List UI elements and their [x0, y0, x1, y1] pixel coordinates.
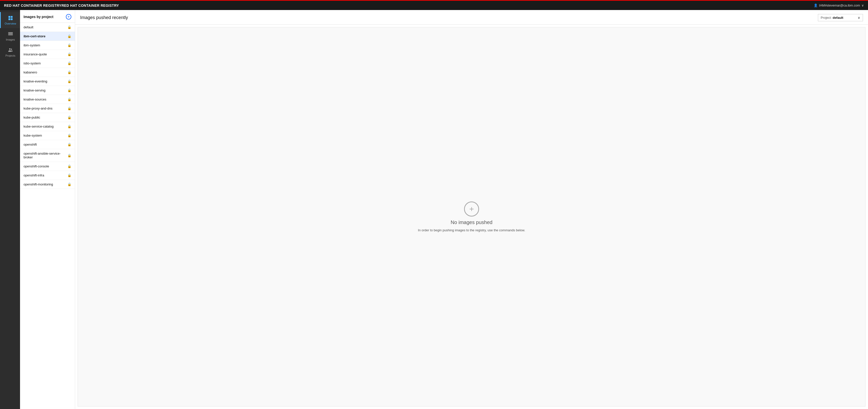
- right-panel-header: Images pushed recently Project: default …: [75, 10, 868, 25]
- lock-icon: 🔒: [67, 134, 71, 137]
- project-list-item[interactable]: insurance-quote🔒: [20, 50, 75, 59]
- project-selector-label: Project:: [821, 16, 832, 20]
- layers-icon: [7, 31, 13, 37]
- topbar-title: RED HAT CONTAINER REGISTRYRED HAT CONTAI…: [4, 3, 119, 7]
- lock-icon: 🔒: [67, 107, 71, 110]
- svg-rect-5: [8, 35, 12, 35]
- project-name: knative-sources: [24, 97, 46, 101]
- empty-state-title: No images pushed: [451, 220, 493, 225]
- chevron-down-icon: ∨: [862, 3, 864, 7]
- lock-icon: 🔒: [67, 80, 71, 83]
- project-list-item[interactable]: kube-system🔒: [20, 131, 75, 140]
- project-list-item[interactable]: ibm-system🔒: [20, 41, 75, 50]
- lock-icon: 🔒: [67, 154, 71, 157]
- project-name: kube-service-catalog: [24, 124, 54, 128]
- project-name: kube-proxy-and-dns: [24, 107, 53, 110]
- lock-icon: 🔒: [67, 173, 71, 177]
- sidebar-item-images[interactable]: Images: [0, 28, 20, 44]
- project-list-item[interactable]: ibm-cert-store🔒: [20, 32, 75, 41]
- sidebar-item-overview[interactable]: Overview: [0, 12, 20, 28]
- topbar-user-label: IAM#stevemar@ca.ibm.com: [819, 3, 860, 7]
- svg-rect-6: [8, 32, 12, 33]
- project-name: insurance-quote: [24, 52, 47, 56]
- project-name: istio-system: [24, 61, 41, 65]
- lock-icon: 🔒: [67, 61, 71, 65]
- people-icon: [7, 47, 13, 53]
- project-name: openshift-console: [24, 165, 49, 168]
- project-list-item[interactable]: openshift-monitoring🔒: [20, 180, 75, 189]
- project-selector-dropdown[interactable]: Project: default ∨: [818, 14, 863, 21]
- selector-chevron-icon: ∨: [858, 16, 860, 20]
- right-panel-title: Images pushed recently: [80, 15, 128, 20]
- user-icon: 👤: [814, 3, 818, 7]
- project-list-item[interactable]: openshift-infra🔒: [20, 171, 75, 180]
- lock-icon: 🔒: [67, 97, 71, 101]
- project-list-item[interactable]: default🔒: [20, 23, 75, 32]
- project-name: default: [24, 25, 33, 29]
- svg-rect-2: [8, 18, 10, 20]
- project-list-item[interactable]: istio-system🔒: [20, 59, 75, 68]
- project-selector-value: default: [833, 16, 843, 20]
- lock-icon: 🔒: [67, 182, 71, 186]
- sidebar-images-label: Images: [6, 38, 15, 41]
- right-panel: Images pushed recently Project: default …: [75, 10, 868, 409]
- project-list-item[interactable]: kube-service-catalog🔒: [20, 122, 75, 131]
- left-panel-title: Images by project: [24, 15, 53, 19]
- project-list-item[interactable]: openshift🔒: [20, 140, 75, 149]
- project-name: knative-serving: [24, 88, 45, 92]
- project-list-item[interactable]: knative-eventing🔒: [20, 77, 75, 86]
- add-project-button[interactable]: +: [66, 14, 71, 20]
- empty-state-subtitle: In order to begin pushing images to the …: [418, 228, 525, 232]
- sidebar: Overview Images Projects: [0, 10, 20, 409]
- lock-icon: 🔒: [67, 116, 71, 119]
- project-name: kube-public: [24, 116, 40, 119]
- svg-rect-4: [8, 33, 12, 34]
- project-list: default🔒ibm-cert-store🔒ibm-system🔒insura…: [20, 23, 75, 409]
- empty-state-icon: +: [464, 202, 479, 216]
- sidebar-item-projects[interactable]: Projects: [0, 44, 20, 60]
- sidebar-projects-label: Projects: [5, 54, 16, 57]
- topbar: RED HAT CONTAINER REGISTRYRED HAT CONTAI…: [0, 0, 868, 10]
- svg-point-8: [11, 49, 12, 50]
- main-layout: Overview Images Projects: [0, 10, 868, 409]
- svg-point-7: [9, 48, 10, 50]
- lock-icon: 🔒: [67, 143, 71, 146]
- project-name: kube-system: [24, 134, 42, 137]
- left-panel: Images by project + default🔒ibm-cert-sto…: [20, 10, 75, 409]
- lock-icon: 🔒: [67, 124, 71, 128]
- project-list-item[interactable]: openshift-ansible-service-broker🔒: [20, 149, 75, 162]
- project-list-item[interactable]: knative-sources🔒: [20, 95, 75, 104]
- topbar-user-menu[interactable]: 👤 IAM#stevemar@ca.ibm.com ∨: [814, 3, 864, 7]
- project-list-item[interactable]: kube-proxy-and-dns🔒: [20, 104, 75, 113]
- lock-icon: 🔒: [67, 52, 71, 56]
- svg-rect-1: [10, 16, 12, 18]
- project-list-item[interactable]: kube-public🔒: [20, 113, 75, 122]
- empty-state: + No images pushed In order to begin pus…: [78, 27, 866, 407]
- project-list-item[interactable]: kabanero🔒: [20, 68, 75, 77]
- grid-icon: [7, 15, 13, 21]
- project-list-item[interactable]: openshift-console🔒: [20, 162, 75, 171]
- project-list-item[interactable]: knative-serving🔒: [20, 86, 75, 95]
- project-name: openshift-infra: [24, 173, 44, 177]
- project-name: openshift-monitoring: [24, 182, 53, 186]
- lock-icon: 🔒: [67, 88, 71, 92]
- lock-icon: 🔒: [67, 165, 71, 168]
- project-name: openshift: [24, 143, 37, 146]
- project-name: ibm-cert-store: [24, 34, 45, 38]
- content-area: Images by project + default🔒ibm-cert-sto…: [20, 10, 868, 409]
- lock-icon: 🔒: [67, 43, 71, 47]
- lock-icon: 🔒: [67, 70, 71, 74]
- project-name: knative-eventing: [24, 80, 47, 83]
- lock-icon: 🔒: [67, 25, 71, 29]
- project-name: kabanero: [24, 70, 37, 74]
- project-name: openshift-ansible-service-broker: [24, 152, 67, 159]
- lock-icon: 🔒: [67, 34, 71, 38]
- svg-rect-0: [8, 16, 10, 18]
- svg-rect-3: [10, 18, 12, 20]
- project-name: ibm-system: [24, 43, 40, 47]
- sidebar-overview-label: Overview: [5, 22, 16, 25]
- left-panel-header: Images by project +: [20, 10, 75, 23]
